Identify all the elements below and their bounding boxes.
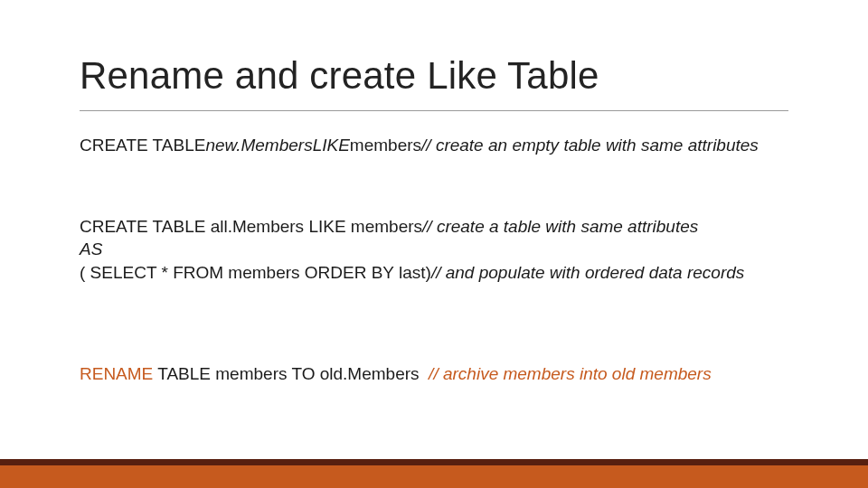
ident-newmembers: new.Members — [205, 134, 312, 157]
code-line-3: RENAME TABLE members TO old.Members // a… — [80, 362, 794, 386]
comment-3: // archive members into old members — [429, 362, 712, 386]
code-line-2a: CREATE TABLE all.Members LIKE members //… — [80, 215, 794, 239]
keyword-as: AS — [80, 238, 102, 261]
title-underline — [80, 110, 788, 111]
footer-bar — [0, 459, 868, 488]
footer-bar-main — [0, 465, 868, 488]
slide-body: CREATE TABLE new.Members LIKE members //… — [80, 134, 794, 385]
footer-bar-top — [0, 459, 868, 465]
slide: Rename and create Like Table CREATE TABL… — [0, 0, 868, 488]
text-rename-rest: TABLE members TO old.Members — [153, 364, 419, 383]
page-title: Rename and create Like Table — [80, 54, 599, 98]
spacer — [80, 157, 794, 215]
code-line-2b: AS — [80, 238, 794, 261]
code-line-1: CREATE TABLE new.Members LIKE members //… — [80, 134, 794, 157]
keyword-rename: RENAME — [80, 364, 153, 383]
rename-left: RENAME TABLE members TO old.Members — [80, 362, 420, 386]
text-create-all: CREATE TABLE all.Members LIKE members — [80, 215, 422, 239]
text-members-1: members — [350, 134, 421, 157]
keyword-like-1: LIKE — [313, 134, 350, 157]
comment-2c: // and populate with ordered data record… — [431, 261, 744, 285]
code-line-2c: ( SELECT * FROM members ORDER BY last) /… — [80, 261, 794, 285]
comment-2a: // create a table with same attributes — [422, 215, 698, 239]
keyword-create-1: CREATE TABLE — [80, 134, 205, 157]
spacer — [80, 285, 794, 362]
text-select-sub: ( SELECT * FROM members ORDER BY last) — [80, 261, 431, 285]
comment-1: // create an empty table with same attri… — [421, 134, 759, 157]
